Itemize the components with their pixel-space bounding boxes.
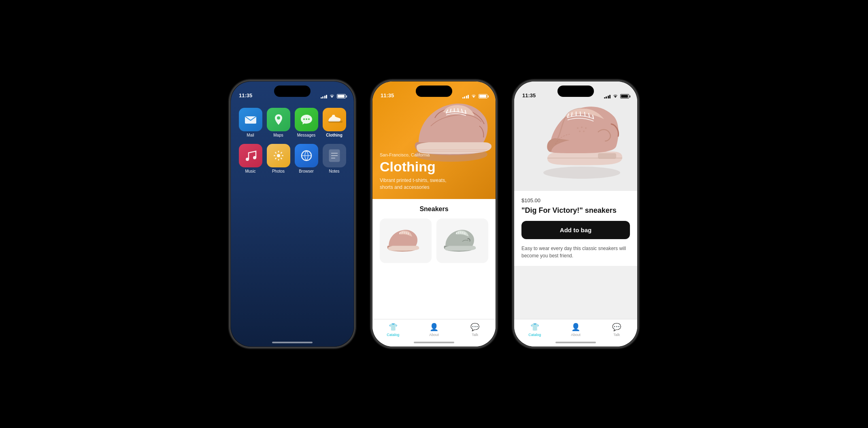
home-bar: [272, 342, 313, 343]
time-1: 11:35: [239, 92, 252, 98]
svg-point-17: [583, 131, 585, 132]
hero-location: San-Francisco, California: [380, 152, 453, 157]
app-music[interactable]: Music: [238, 144, 263, 173]
app-maps[interactable]: Maps: [266, 108, 291, 137]
talk-tab-icon-2: 💬: [470, 323, 479, 332]
music-label: Music: [245, 169, 255, 173]
svg-point-15: [585, 127, 587, 129]
svg-rect-12: [598, 153, 616, 159]
tab-about-3[interactable]: 👤 About: [555, 323, 596, 337]
catalog-tab-icon-3: 👕: [530, 323, 539, 332]
messages-icon: [295, 108, 318, 131]
catalog-tab-label-3: Catalog: [528, 333, 541, 337]
app-clothing[interactable]: Clothing: [322, 108, 347, 137]
svg-point-13: [577, 127, 579, 129]
clothing-icon: [323, 108, 346, 131]
about-tab-label-2: About: [429, 333, 439, 337]
home-screen: 11:35: [231, 81, 354, 347]
hero-subtitle: Vibrant printed t-shirts, sweats, shorts…: [380, 177, 453, 191]
signal-icon: [321, 94, 328, 98]
talk-tab-label-2: Talk: [472, 333, 478, 337]
dynamic-island-2: [416, 86, 452, 97]
app-photos[interactable]: Photos: [266, 144, 291, 173]
browser-label: Browser: [299, 169, 314, 173]
status-icons-3: [604, 94, 630, 98]
talk-tab-label-3: Talk: [613, 333, 620, 337]
svg-point-14: [581, 126, 583, 128]
svg-point-6: [253, 156, 256, 159]
sneaker-card-2[interactable]: [436, 218, 488, 263]
svg-point-2: [303, 118, 305, 120]
battery-icon-3: [620, 94, 629, 98]
notes-label: Notes: [329, 169, 339, 173]
wifi-icon: [329, 94, 335, 98]
svg-point-5: [246, 158, 249, 161]
tab-catalog-2[interactable]: 👕 Catalog: [372, 323, 413, 337]
product-screen: 11:35: [514, 81, 637, 347]
mail-icon: [239, 108, 262, 131]
catalog-screen: 11:35: [372, 81, 496, 347]
sneaker-card-1[interactable]: [380, 218, 432, 263]
svg-point-1: [277, 116, 280, 120]
maps-icon: [267, 108, 290, 131]
catalog-body: Sneakers: [372, 199, 496, 270]
dynamic-island-3: [557, 86, 594, 97]
product-price: $105.00: [521, 197, 630, 203]
section-title: Sneakers: [380, 205, 488, 213]
svg-point-4: [308, 118, 310, 120]
browser-icon: [295, 144, 318, 167]
status-icons-1: [321, 94, 346, 98]
gray-sneaker-thumbnail: [442, 223, 483, 259]
wifi-icon-2: [471, 94, 477, 98]
app-notes[interactable]: Notes: [322, 144, 347, 173]
tab-catalog-3[interactable]: 👕 Catalog: [514, 323, 555, 337]
app-grid: Mail Maps: [231, 104, 354, 178]
about-tab-icon-2: 👤: [430, 323, 438, 332]
about-tab-label-3: About: [571, 333, 581, 337]
svg-point-11: [543, 167, 620, 179]
mail-label: Mail: [247, 133, 254, 137]
add-to-bag-button[interactable]: Add to bag: [521, 221, 630, 239]
about-tab-icon-3: 👤: [571, 323, 580, 332]
catalog-tab-icon-2: 👕: [389, 323, 398, 332]
svg-point-16: [579, 131, 581, 132]
status-icons-2: [462, 94, 488, 98]
product-name: "Dig For Victory!" sneakers: [521, 206, 630, 215]
app-browser[interactable]: Browser: [294, 144, 319, 173]
tab-talk-2[interactable]: 💬 Talk: [455, 323, 496, 337]
battery-icon: [337, 94, 346, 98]
signal-icon-2: [462, 94, 469, 98]
talk-tab-icon-3: 💬: [612, 323, 621, 332]
tab-talk-3[interactable]: 💬 Talk: [596, 323, 637, 337]
tab-about-2[interactable]: 👤 About: [413, 323, 454, 337]
product-body: $105.00 "Dig For Victory!" sneakers Add …: [514, 191, 637, 266]
maps-label: Maps: [273, 133, 283, 137]
pink-sneaker-thumbnail: [385, 223, 426, 259]
wifi-icon-3: [613, 94, 618, 98]
svg-point-7: [277, 154, 280, 157]
signal-icon-3: [604, 94, 611, 98]
sneaker-grid: [380, 218, 488, 263]
music-icon: [239, 144, 262, 167]
phone-2: 11:35: [371, 80, 497, 348]
product-sneaker-large: [519, 88, 632, 185]
product-description: Easy to wear every day this classic snea…: [521, 245, 630, 259]
home-bar-3: [555, 342, 596, 343]
clothing-label: Clothing: [326, 133, 343, 137]
time-3: 11:35: [522, 92, 536, 98]
svg-point-3: [306, 118, 307, 120]
phone-1: 11:35: [230, 80, 355, 348]
photos-icon: [267, 144, 290, 167]
time-2: 11:35: [381, 92, 394, 98]
app-messages[interactable]: Messages: [294, 108, 319, 137]
battery-icon-2: [479, 94, 487, 98]
hero-title: Clothing: [380, 159, 453, 175]
dynamic-island: [274, 86, 311, 97]
messages-label: Messages: [297, 133, 316, 137]
phone-3: 11:35: [513, 80, 638, 348]
hero-text: San-Francisco, California Clothing Vibra…: [380, 152, 453, 191]
photos-label: Photos: [272, 169, 285, 173]
catalog-tab-label-2: Catalog: [387, 333, 399, 337]
notes-icon: [323, 144, 346, 167]
app-mail[interactable]: Mail: [238, 108, 263, 137]
